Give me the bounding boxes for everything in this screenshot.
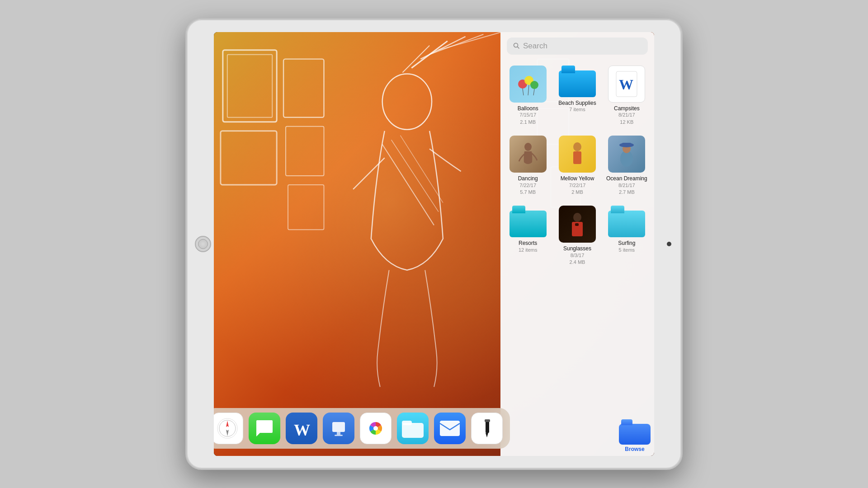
dock-app-safari[interactable]: [214, 413, 243, 444]
svg-rect-53: [485, 419, 490, 422]
home-button-inner: [198, 239, 208, 249]
svg-rect-44: [332, 422, 345, 432]
search-bar[interactable]: Search: [507, 38, 648, 55]
dock-app-files[interactable]: [397, 413, 429, 444]
dock-app-keynote[interactable]: [323, 413, 354, 444]
dock-app-word[interactable]: W: [286, 413, 317, 444]
dock-app-darkroom[interactable]: [471, 413, 503, 444]
beach-supplies-meta: 7 items: [569, 106, 585, 113]
files-grid: Balloons 7/15/17 2.1 MB Beach Supplies 7…: [500, 59, 654, 272]
ocean-dreaming-name: Ocean Dreaming: [606, 175, 647, 182]
dancing-meta: 7/22/17 5.7 MB: [519, 182, 536, 196]
mellow-yellow-name: Mellow Yellow: [561, 175, 594, 182]
sunglasses-name: Sunglasses: [563, 245, 591, 252]
svg-line-23: [523, 89, 524, 95]
svg-rect-46: [335, 435, 343, 436]
svg-point-29: [573, 142, 581, 151]
files-panel: Search: [500, 32, 654, 456]
svg-rect-50: [440, 421, 460, 436]
beach-supplies-name: Beach Supplies: [558, 100, 596, 106]
svg-rect-30: [573, 151, 581, 164]
beach-supplies-folder-icon: [559, 66, 596, 97]
balloons-meta: 7/15/17 2.1 MB: [519, 112, 536, 126]
surfing-meta: 5 items: [619, 247, 635, 253]
svg-point-28: [524, 143, 532, 151]
balloons-name: Balloons: [518, 105, 538, 112]
ocean-dreaming-meta: 8/21/17 2.7 MB: [618, 182, 635, 196]
campsites-meta: 8/21/17 12 KB: [618, 112, 635, 126]
file-item-ocean-dreaming[interactable]: Ocean Dreaming 8/21/17 2.7 MB: [603, 131, 651, 199]
campsites-name: Campsites: [614, 105, 640, 112]
dock-app-photos[interactable]: [360, 413, 392, 444]
svg-rect-45: [337, 432, 340, 435]
home-button[interactable]: [195, 236, 211, 252]
campsites-thumb: W: [608, 66, 645, 103]
browse-bottom[interactable]: Browse: [619, 419, 651, 452]
mellow-yellow-meta: 7/22/17 2 MB: [569, 182, 586, 196]
dock: W: [214, 408, 510, 449]
svg-text:W: W: [294, 421, 310, 438]
camera-dot: [667, 242, 671, 246]
surfing-folder-icon: [608, 206, 645, 237]
surfing-name: Surfing: [618, 240, 635, 246]
file-item-surfing[interactable]: Surfing 5 items: [603, 201, 651, 269]
dancing-name: Dancing: [518, 175, 538, 182]
search-placeholder: Search: [523, 42, 547, 51]
svg-marker-52: [486, 433, 488, 437]
resorts-meta: 12 items: [519, 247, 538, 253]
resorts-name: Resorts: [519, 240, 537, 246]
svg-text:W: W: [619, 76, 633, 93]
dancing-thumb: [509, 136, 547, 173]
balloons-thumb: [509, 66, 547, 103]
svg-rect-51: [486, 420, 489, 433]
file-item-balloons[interactable]: Balloons 7/15/17 2.1 MB: [504, 61, 552, 129]
browse-label: Browse: [625, 446, 644, 452]
browse-folder-icon: [619, 419, 651, 445]
sunglasses-thumb: [559, 206, 596, 243]
sunglasses-meta: 8/3/17 2.4 MB: [570, 252, 585, 266]
file-item-sunglasses[interactable]: Sunglasses 8/3/17 2.4 MB: [553, 201, 601, 269]
search-icon: [513, 42, 519, 50]
file-item-campsites[interactable]: W Campsites 8/21/17 12 KB: [603, 61, 651, 129]
svg-point-35: [573, 213, 581, 222]
dock-app-messages[interactable]: [249, 413, 280, 444]
svg-rect-37: [575, 223, 579, 226]
file-item-resorts[interactable]: Resorts 12 items: [504, 201, 552, 269]
dock-app-mail[interactable]: [434, 413, 466, 444]
svg-line-25: [533, 89, 534, 95]
ipad-frame: Search: [185, 18, 683, 470]
file-item-beach-supplies[interactable]: Beach Supplies 7 items: [553, 61, 601, 129]
mellow-yellow-thumb: [559, 136, 596, 173]
svg-line-24: [528, 85, 529, 95]
resorts-folder-icon: [509, 206, 547, 237]
svg-rect-34: [622, 143, 632, 147]
svg-rect-49: [402, 421, 412, 425]
file-item-mellow-yellow[interactable]: Mellow Yellow 7/22/17 2 MB: [553, 131, 601, 199]
ocean-dreaming-thumb: [608, 136, 645, 173]
ipad-screen: Search: [214, 32, 654, 456]
dock-container: W: [214, 408, 500, 449]
svg-line-19: [518, 47, 519, 48]
svg-point-47: [373, 426, 378, 431]
svg-point-22: [530, 81, 538, 89]
file-item-dancing[interactable]: Dancing 7/22/17 5.7 MB: [504, 131, 552, 199]
